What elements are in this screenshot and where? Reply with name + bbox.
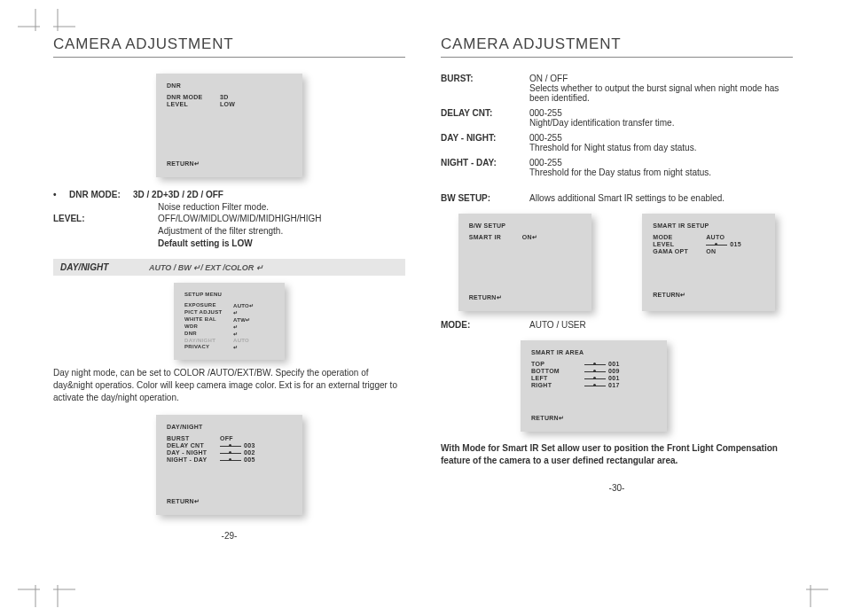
daynight-desc: Day night mode, can be set to COLOR /AUT… — [53, 367, 405, 404]
osd-value: OFF — [220, 435, 233, 441]
param-mode: MODE: AUTO / USER — [441, 320, 793, 330]
param-dnr-mode: • DNR MODE: 3D / 2D+3D / 2D / OFF — [53, 190, 405, 199]
osd-label: GAMA OPT — [653, 248, 706, 254]
osd-return: RETURN↵ — [167, 160, 200, 168]
osd-setup-title: SETUP MENU — [184, 292, 222, 297]
param-burst: BURST: ON / OFF Selects whether to outpu… — [441, 74, 793, 103]
page-left: CAMERA ADJUSTMENT DNR DNR MODE3D LEVELLO… — [53, 35, 405, 541]
param-level: LEVEL: OFF/LOW/MIDLOW/MID/MIDHIGH/HIGH — [53, 214, 405, 223]
osd-value: ↵ — [233, 331, 238, 337]
param-level-sub1: Adjustment of the filter strength. — [158, 225, 405, 238]
param-level-sub2: Default setting is LOW — [158, 238, 405, 250]
osd-label: BOTTOM — [531, 368, 584, 374]
osd-slider: 001 — [584, 361, 620, 367]
osd-return: RETURN↵ — [653, 292, 685, 299]
osd-label: PICT ADJUST — [184, 309, 233, 316]
osd-value: ATW↵ — [233, 316, 250, 323]
osd-return: RETURN↵ — [469, 294, 502, 301]
param-night-day: NIGHT - DAY: 000-255 Threshold for the D… — [441, 158, 793, 177]
osd-label: MODE — [653, 234, 706, 240]
osd-value: ON↵ — [522, 234, 537, 241]
osd-slider: 005 — [220, 456, 255, 463]
osd-value: ↵ — [233, 309, 238, 316]
osd-area-title: SMART IR AREA — [531, 349, 584, 355]
osd-label: LEVEL — [167, 101, 220, 107]
osd-smartir-area-box: SMART IR AREA TOP001 BOTTOM009 LEFT001 R… — [521, 340, 667, 432]
osd-label: WDR — [184, 324, 233, 330]
osd-return: RETURN↵ — [531, 415, 564, 422]
osd-value: AUTO↵ — [233, 302, 254, 308]
crop-mark-bl2 — [40, 572, 75, 607]
crop-mark-tl2 — [40, 9, 75, 44]
osd-slider: 001 — [584, 375, 620, 381]
osd-value: AUTO — [233, 338, 249, 343]
osd-label: DNR — [184, 331, 233, 337]
param-delay-cnt: DELAY CNT: 000-255 Night/Day identificat… — [441, 108, 793, 128]
osd-daynight-title: DAY/NIGHT — [167, 424, 203, 430]
osd-bw-setup-box: B/W SETUP SMART IRON↵ RETURN↵ — [458, 214, 591, 311]
param-bw-setup: BW SETUP: Allows additional Smart IR set… — [441, 193, 793, 203]
osd-value: AUTO — [706, 234, 725, 240]
osd-value: ↵ — [233, 344, 238, 350]
page-number-left: -29- — [53, 531, 405, 541]
osd-slider: 003 — [220, 442, 255, 448]
osd-value: ON — [706, 248, 716, 254]
osd-label: SMART IR — [469, 234, 522, 241]
osd-slider: 002 — [220, 449, 255, 456]
osd-label: DNR MODE — [167, 94, 220, 100]
osd-value: LOW — [220, 101, 235, 107]
osd-label: PRIVACY — [184, 344, 233, 350]
osd-return: RETURN↵ — [167, 498, 200, 505]
osd-slider: 017 — [584, 382, 620, 388]
footer-note: With Mode for Smart IR Set allow user to… — [441, 442, 793, 467]
osd-setup-box: SETUP MENU EXPOSUREAUTO↵ PICT ADJUST↵ WH… — [174, 283, 285, 360]
osd-label: LEFT — [531, 375, 584, 381]
osd-label: LEVEL — [653, 241, 706, 247]
osd-label: DAY/NIGHT — [184, 338, 233, 343]
osd-smartir-title: SMART IR SETUP — [653, 222, 709, 229]
osd-daynight-box: DAY/NIGHT BURSTOFF DELAY CNT003 DAY - NI… — [156, 415, 302, 515]
osd-dnr-title: DNR — [167, 82, 220, 89]
osd-label: TOP — [531, 361, 584, 367]
page-right: CAMERA ADJUSTMENT BURST: ON / OFF Select… — [441, 35, 793, 541]
osd-label: WHITE BAL — [184, 316, 233, 323]
param-day-night: DAY - NIGHT: 000-255 Threshold for Night… — [441, 133, 793, 152]
osd-slider: 009 — [584, 368, 620, 374]
osd-label: DAY - NIGHT — [167, 449, 220, 456]
osd-dnr-box: DNR DNR MODE3D LEVELLOW RETURN↵ — [156, 74, 302, 177]
osd-value: 3D — [220, 94, 229, 100]
osd-label: BURST — [167, 435, 220, 441]
osd-bw-title: B/W SETUP — [469, 222, 506, 229]
param-dnr-sub: Noise reduction Filter mode. — [158, 201, 405, 214]
osd-value: ↵ — [233, 324, 238, 330]
osd-label: DELAY CNT — [167, 442, 220, 448]
page-number-right: -30- — [441, 483, 793, 493]
page-title-left: CAMERA ADJUSTMENT — [53, 35, 405, 58]
osd-label: RIGHT — [531, 382, 584, 388]
page-title-right: CAMERA ADJUSTMENT — [441, 35, 793, 58]
osd-smartir-setup-box: SMART IR SETUP MODEAUTO LEVEL015 GAMA OP… — [642, 214, 775, 311]
crop-mark-br — [793, 572, 828, 607]
daynight-heading-bar: DAY/NIGHT AUTO / BW ↵/ EXT /COLOR ↵ — [53, 259, 405, 276]
bullet-icon: • — [53, 190, 69, 199]
osd-label: EXPOSURE — [184, 302, 233, 308]
osd-label: NIGHT - DAY — [167, 456, 220, 463]
osd-slider: 015 — [706, 241, 741, 247]
